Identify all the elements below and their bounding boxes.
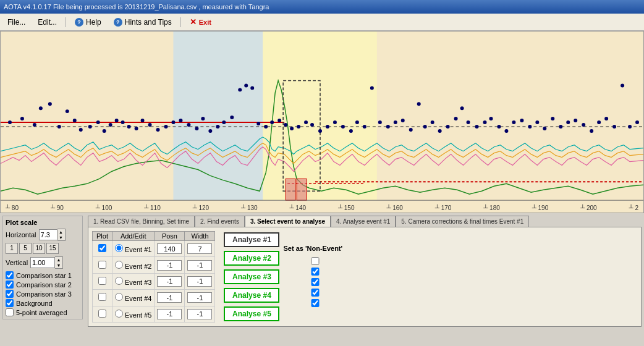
event4-posn[interactable] xyxy=(157,292,182,303)
vertical-input[interactable] xyxy=(30,257,55,268)
svg-point-72 xyxy=(467,120,470,124)
svg-point-35 xyxy=(201,117,205,120)
exit-button[interactable]: ✕ Exit xyxy=(185,16,216,28)
tab-camera-corrections[interactable]: 5. Camera corrections & final times Even… xyxy=(396,216,529,227)
vertical-down-arrow[interactable]: ▼ xyxy=(55,263,62,268)
svg-point-73 xyxy=(475,125,479,129)
non-event-4-checkbox[interactable] xyxy=(288,289,342,297)
tab-select-event[interactable]: 3. Select event to analyse xyxy=(245,216,331,227)
event1-posn[interactable] xyxy=(157,243,182,254)
event1-plot-checkbox[interactable] xyxy=(98,244,106,252)
event5-posn[interactable] xyxy=(157,309,182,319)
comp3-checkbox[interactable] xyxy=(6,290,14,298)
event5-plot-checkbox[interactable] xyxy=(98,310,106,318)
svg-point-80 xyxy=(528,125,532,129)
tab-read-csv[interactable]: 1. Read CSV file, Binning, Set time xyxy=(88,216,195,227)
event5-width[interactable] xyxy=(187,309,212,319)
menu-help[interactable]: ? Help xyxy=(70,17,106,28)
vertical-spin[interactable]: ▲ ▼ xyxy=(30,256,63,269)
event2-radio[interactable] xyxy=(115,261,123,269)
non-event-5-checkbox[interactable] xyxy=(288,299,342,307)
tab-analyse-event[interactable]: 4. Analyse event #1 xyxy=(331,216,396,227)
comp3-row: Comparison star 3 xyxy=(6,290,80,298)
comp1-checkbox[interactable] xyxy=(6,271,14,279)
tab-find-events[interactable]: 2. Find events xyxy=(195,216,245,227)
event2-plot-checkbox[interactable] xyxy=(98,261,106,269)
event2-width[interactable] xyxy=(187,260,212,271)
non-event-2-checkbox[interactable] xyxy=(288,268,342,276)
horizontal-preset-15[interactable]: 15 xyxy=(46,243,59,254)
bg-checkbox[interactable] xyxy=(6,299,14,307)
comp2-row: Comparison star 2 xyxy=(6,281,80,289)
event4-width[interactable] xyxy=(187,292,212,303)
event2-name: Event #2 xyxy=(125,263,151,270)
event3-name: Event #3 xyxy=(125,279,151,286)
event1-radio[interactable] xyxy=(115,244,123,252)
plot-scale-title: Plot scale xyxy=(6,219,80,226)
title-text: AOTA v4.1.0.17 File being processed is 2… xyxy=(4,3,269,11)
plot-scale-section: Plot scale Horizontal ▲ ▼ 1 5 10 15 Vert… xyxy=(2,216,642,327)
svg-point-25 xyxy=(127,125,131,129)
svg-point-83 xyxy=(551,117,554,120)
avg-checkbox[interactable] xyxy=(6,308,14,316)
non-event-3-checkbox[interactable] xyxy=(288,278,342,286)
tab-find-events-label: 2. Find events xyxy=(200,218,239,225)
event2-posn[interactable] xyxy=(157,260,182,271)
event3-width[interactable] xyxy=(187,276,212,287)
horizontal-preset-10[interactable]: 10 xyxy=(33,243,45,254)
events-table: Plot Add/Edit Posn Width Event #1 xyxy=(92,231,215,323)
horizontal-presets: 1 5 10 15 xyxy=(6,243,80,254)
svg-point-58 xyxy=(363,125,366,129)
svg-point-87 xyxy=(582,123,585,127)
exit-label: Exit xyxy=(199,19,211,26)
event3-posn[interactable] xyxy=(157,276,182,287)
svg-point-65 xyxy=(417,102,421,106)
svg-point-36 xyxy=(208,129,212,133)
svg-point-43 xyxy=(256,122,260,125)
event3-plot-checkbox[interactable] xyxy=(98,277,106,285)
non-event-1-checkbox[interactable] xyxy=(288,257,342,265)
svg-point-45 xyxy=(270,120,274,124)
tab-select-event-label: 3. Select event to analyse xyxy=(250,218,325,225)
horizontal-preset-1[interactable]: 1 xyxy=(6,243,18,254)
vertical-up-arrow[interactable]: ▲ xyxy=(55,257,62,263)
menu-edit[interactable]: Edit... xyxy=(33,17,62,28)
comp2-checkbox[interactable] xyxy=(6,281,14,289)
analyse-4-button[interactable]: Analyse #4 xyxy=(224,288,279,303)
event4-plot-checkbox[interactable] xyxy=(98,293,106,301)
svg-rect-2 xyxy=(263,32,377,200)
svg-point-10 xyxy=(8,120,12,124)
event1-width[interactable] xyxy=(187,243,212,254)
horizontal-input[interactable] xyxy=(39,229,57,240)
menubar: File... Edit... ? Help ? Hints and Tips … xyxy=(0,14,644,31)
chart-area[interactable]: ┴ 80 ┴ 90 ┴ 100 ┴ 110 ┴ 120 ┴ 130 ┴ 140 … xyxy=(0,31,644,213)
event4-radio[interactable] xyxy=(115,293,123,301)
horizontal-preset-5[interactable]: 5 xyxy=(19,243,32,254)
svg-point-89 xyxy=(597,120,601,124)
svg-point-49 xyxy=(297,125,300,129)
horizontal-up-arrow[interactable]: ▲ xyxy=(57,229,65,235)
horizontal-down-arrow[interactable]: ▼ xyxy=(57,235,65,240)
event5-radio[interactable] xyxy=(115,310,123,318)
analyse-2-button[interactable]: Analyse #2 xyxy=(224,251,279,266)
analyse-3-button[interactable]: Analyse #3 xyxy=(224,269,279,284)
svg-point-53 xyxy=(326,125,329,129)
tabs-area: 1. Read CSV file, Binning, Set time 2. F… xyxy=(88,216,642,327)
analyse-5-button[interactable]: Analyse #5 xyxy=(224,306,279,321)
svg-point-28 xyxy=(148,123,152,127)
analyse-1-button[interactable]: Analyse #1 xyxy=(224,232,279,247)
tab-analyse-event-label: 4. Analyse event #1 xyxy=(336,218,390,225)
svg-point-52 xyxy=(318,129,322,133)
menu-hints-label: Hints and Tips xyxy=(125,18,172,27)
menu-hints[interactable]: ? Hints and Tips xyxy=(109,17,177,28)
event1-name: Event #1 xyxy=(125,246,151,253)
svg-point-18 xyxy=(79,128,83,132)
svg-point-38 xyxy=(222,120,226,124)
menu-file[interactable]: File... xyxy=(2,17,30,28)
comp3-label: Comparison star 3 xyxy=(16,290,72,298)
svg-point-48 xyxy=(290,127,294,130)
non-event-header: Set as 'Non-Event' xyxy=(283,245,342,252)
tab-read-csv-label: 1. Read CSV file, Binning, Set time xyxy=(93,218,189,225)
horizontal-spin[interactable]: ▲ ▼ xyxy=(39,229,66,241)
event3-radio[interactable] xyxy=(115,277,123,285)
